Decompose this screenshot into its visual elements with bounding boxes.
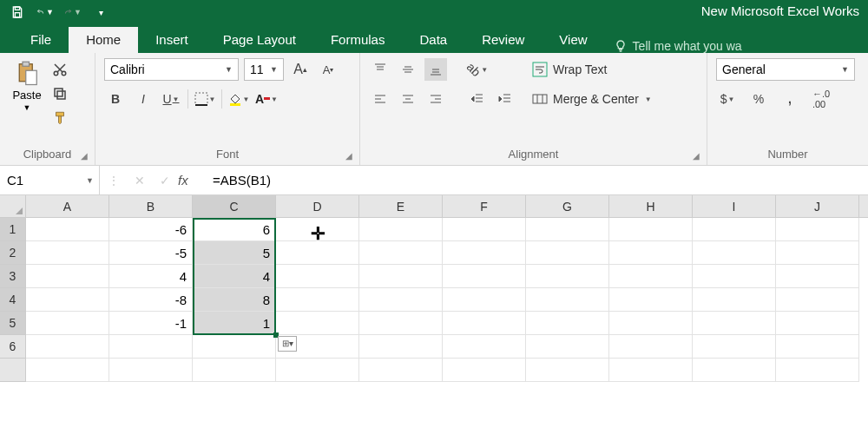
cell[interactable] [26,241,109,265]
cell[interactable] [609,312,693,335]
tab-data[interactable]: Data [402,27,464,53]
align-top-button[interactable] [369,58,391,81]
col-header-D[interactable]: D [276,195,359,217]
cell[interactable] [443,312,526,335]
cell[interactable]: 1 [193,312,276,335]
col-header-B[interactable]: B [109,195,193,217]
cell[interactable]: -5 [109,241,193,265]
merge-center-button[interactable]: Merge & Center ▼ [529,88,655,110]
orientation-button[interactable]: ab▼ [466,58,489,81]
tab-review[interactable]: Review [464,27,542,53]
cell[interactable] [359,359,443,382]
font-name-combo[interactable]: Calibri▼ [104,58,239,81]
cell[interactable] [609,359,693,382]
cell[interactable] [359,265,443,288]
font-color-button[interactable]: A▼ [255,88,278,110]
tab-file[interactable]: File [13,27,69,53]
col-header-F[interactable]: F [443,195,526,217]
row-header[interactable]: 1 [0,218,26,241]
comma-style-button[interactable]: , [779,88,801,110]
cell[interactable]: -6 [109,218,193,241]
col-header-H[interactable]: H [609,195,693,217]
dialog-launcher-icon[interactable]: ◢ [81,151,91,161]
cell[interactable] [609,335,693,359]
cell[interactable] [443,265,526,288]
cell[interactable] [776,241,859,265]
row-header[interactable]: 2 [0,241,26,265]
cell[interactable] [359,218,443,241]
name-box[interactable]: C1 ▼ [0,166,100,194]
cell[interactable] [693,241,776,265]
cell[interactable] [26,218,109,241]
cell[interactable] [526,335,609,359]
cell[interactable] [276,359,359,382]
cell[interactable] [776,288,859,312]
cell[interactable] [193,335,276,359]
cell[interactable] [776,312,859,335]
tell-me-search[interactable]: Tell me what you wa [614,39,742,53]
col-header-A[interactable]: A [26,195,109,217]
bold-button[interactable]: B [104,88,127,110]
font-size-combo[interactable]: 11▼ [244,58,284,81]
cell[interactable] [776,218,859,241]
cell[interactable]: 6 [193,218,276,241]
fx-button[interactable]: fx [178,166,206,194]
cancel-formula-button[interactable]: ✕ [135,174,145,188]
cell[interactable]: 8 [193,288,276,312]
cell[interactable] [276,241,359,265]
fill-color-button[interactable]: ▼ [227,88,250,110]
paste-button[interactable]: Paste ▼ [9,58,45,112]
tab-view[interactable]: View [542,27,604,53]
cell[interactable] [26,335,109,359]
cell[interactable]: 4 [193,265,276,288]
cell[interactable] [526,265,609,288]
cell[interactable] [526,312,609,335]
copy-button[interactable] [50,84,69,103]
cell[interactable] [359,241,443,265]
cell[interactable] [109,359,193,382]
italic-button[interactable]: I [132,88,155,110]
underline-button[interactable]: U▼ [160,88,182,110]
cell[interactable] [526,288,609,312]
undo-button[interactable]: ▼ [36,3,54,21]
cell[interactable]: 5 [193,241,276,265]
tab-formulas[interactable]: Formulas [313,27,403,53]
number-format-combo[interactable]: General▼ [716,58,855,81]
decrease-indent-button[interactable] [466,88,489,110]
cell[interactable] [693,312,776,335]
increase-indent-button[interactable] [494,88,516,110]
cell[interactable] [26,312,109,335]
dialog-launcher-icon[interactable]: ◢ [693,151,703,161]
cell[interactable] [776,335,859,359]
col-header-G[interactable]: G [526,195,609,217]
cell[interactable] [26,359,109,382]
wrap-text-button[interactable]: Wrap Text [529,58,655,81]
align-left-button[interactable] [369,88,391,110]
col-header-J[interactable]: J [776,195,859,217]
cell[interactable] [443,218,526,241]
cell[interactable] [776,359,859,382]
spreadsheet-grid[interactable]: A B C D E F G H I J 1 -6 6 2 -5 5 [0,195,868,382]
enter-formula-button[interactable]: ✓ [160,174,170,188]
increase-decimal-button[interactable]: ←.0.00 [810,88,832,110]
cell[interactable] [693,265,776,288]
cell[interactable] [609,288,693,312]
cell[interactable] [359,288,443,312]
cell[interactable] [693,288,776,312]
cell[interactable] [776,265,859,288]
row-header[interactable]: 6 [0,335,26,359]
align-right-button[interactable] [424,88,447,110]
redo-button[interactable]: ▼ [64,3,82,21]
cell[interactable] [359,312,443,335]
cell[interactable] [609,265,693,288]
col-header-C[interactable]: C [193,195,276,217]
col-header-E[interactable]: E [359,195,443,217]
autofill-options-button[interactable]: ⊞▾ [278,336,297,352]
cell[interactable] [693,218,776,241]
borders-button[interactable]: ▼ [194,88,216,110]
cut-button[interactable] [50,60,69,79]
row-header[interactable]: 3 [0,265,26,288]
cell[interactable] [443,359,526,382]
cell[interactable] [443,288,526,312]
row-header[interactable]: 4 [0,288,26,312]
